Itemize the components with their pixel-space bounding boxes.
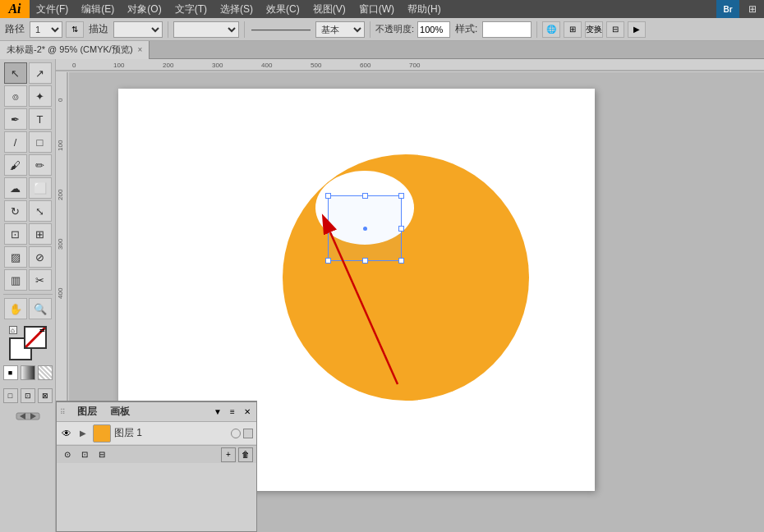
divider-2 [244,21,245,38]
color-mode-gradient[interactable] [21,365,35,380]
align-icon-btn[interactable]: ⊟ [606,21,624,38]
svg-text:700: 700 [409,62,421,69]
menu-edit[interactable]: 编辑(E) [75,1,121,18]
eyedropper-tool[interactable]: ⊘ [29,246,52,268]
layer-bottom-icon-2: ⊡ [77,447,92,462]
handle-top-mid[interactable] [362,193,368,199]
tab-close-btn[interactable]: × [138,45,143,54]
stroke-options-btn[interactable]: ⇅ [66,21,84,38]
panel-collapse-btn[interactable]: ▼ [212,406,223,418]
layer-lock-toggle[interactable] [243,429,253,438]
handle-top-right[interactable] [398,193,404,199]
menu-select[interactable]: 选择(S) [214,1,260,18]
path-label: 路径 [3,22,26,36]
handle-mid-right[interactable] [398,226,404,232]
svg-text:300: 300 [57,238,64,250]
free-transform-tool[interactable]: ⊡ [4,223,27,245]
text-tool[interactable]: T [29,108,52,130]
swap-colors-btn[interactable]: ⇄ [39,326,47,334]
tool-row-5: 🖌 ✏ [4,154,52,176]
rotate-tool[interactable]: ↻ [4,200,27,222]
grid-icon-btn[interactable]: ⊞ [564,21,582,38]
rect-tool[interactable]: □ [29,131,52,153]
full-screen-menu-btn[interactable]: ⊠ [38,388,53,403]
layer-name-label: 图层 1 [114,426,228,440]
lasso-tool[interactable]: ⌾ [4,85,27,107]
menu-help[interactable]: 帮助(H) [401,1,448,18]
gradient-tool[interactable]: ▨ [4,246,27,268]
layer-visibility-btn[interactable]: 👁 [60,427,73,440]
pencil-tool[interactable]: ✏ [29,154,52,176]
svg-text:300: 300 [212,62,223,69]
mesh-tool[interactable]: ⊞ [29,223,52,245]
doc-tab-title: 未标题-2* @ 95% (CMYK/预览) [7,44,133,56]
reset-colors-btn[interactable]: ⌂ [9,326,17,334]
panel-close-btn[interactable]: ✕ [242,406,253,418]
handle-bot-right[interactable] [398,258,404,264]
handle-mid-left[interactable] [325,226,331,232]
eraser-tool[interactable]: ⬜ [29,177,52,199]
selection-bounding-box[interactable] [328,195,402,261]
change-screen-mode-btn[interactable] [16,410,40,425]
blob-tool[interactable]: ☁ [4,177,27,199]
stroke-weight-select[interactable]: 123 [30,21,62,38]
line-tool[interactable]: / [4,131,27,153]
view-mode-btns: □ ⊡ ⊠ [3,388,53,403]
select-tool[interactable]: ↖ [4,62,27,84]
direct-select-tool[interactable]: ↗ [29,62,52,84]
zoom-tool[interactable]: 🔍 [29,298,52,319]
tool-row-4: / □ [4,131,52,153]
transform-icon-btn[interactable]: 变换 [585,21,603,38]
layers-tab[interactable]: 图层 [72,403,102,420]
canvas-area[interactable]: 0 100 200 300 400 500 600 700 0 100 200 … [56,59,764,532]
handle-bot-left[interactable] [325,258,331,264]
menu-object[interactable]: 对象(O) [121,1,168,18]
menu-view[interactable]: 视图(V) [306,1,352,18]
color-mode-solid[interactable]: ■ [3,365,18,380]
color-mode-none[interactable] [38,365,53,380]
artboard-tab[interactable]: 画板 [105,403,135,420]
more-btn[interactable]: ▶ [628,21,646,38]
normal-mode-btn[interactable]: □ [3,388,18,403]
color-swatch-area: ⌂ ⇄ [9,326,47,360]
pen-tool[interactable]: ✒ [4,108,27,130]
menu-file[interactable]: 文件(F) [30,1,75,18]
horizontal-ruler: 0 100 200 300 400 500 600 700 [56,59,764,72]
layer-expand-btn[interactable]: ▶ [76,427,90,440]
color-mode-btns: ■ [3,365,53,380]
menu-window[interactable]: 窗口(W) [352,1,401,18]
globe-icon-btn[interactable]: 🌐 [542,21,560,38]
opacity-input[interactable] [417,21,450,38]
layer-thumbnail [93,424,111,443]
scale-tool[interactable]: ⤡ [29,200,52,222]
layers-panel-titlebar: ⠿ 图层 画板 ▼ ≡ ✕ [57,402,256,422]
full-screen-btn[interactable]: ⊡ [21,388,35,403]
tool-row-8: ⊡ ⊞ [4,223,52,245]
style-input[interactable] [482,21,532,38]
layer-row-1[interactable]: 👁 ▶ 图层 1 [57,422,256,445]
layer-target-btn[interactable] [231,429,241,438]
panel-resize-handle[interactable]: ⠿ [60,408,66,416]
opacity-label: 不透明度: [375,23,414,35]
stroke-select[interactable] [113,21,163,38]
chart-tool[interactable]: ▥ [4,269,27,291]
view-switcher-icon[interactable]: ⊞ [741,0,764,18]
new-layer-btn[interactable]: + [221,447,236,462]
document-tab[interactable]: 未标题-2* @ 95% (CMYK/预览) × [0,41,150,59]
bridge-icon[interactable]: Br [716,0,739,18]
svg-text:100: 100 [57,140,64,151]
menu-effect[interactable]: 效果(C) [260,1,306,18]
delete-layer-btn[interactable]: 🗑 [238,447,253,462]
magic-wand-tool[interactable]: ✦ [29,85,52,107]
scissors-tool[interactable]: ✂ [29,269,52,291]
panel-menu-btn[interactable]: ≡ [227,406,238,418]
brush-select[interactable] [173,21,239,38]
transform-label: 变换 [586,24,602,35]
basic-select[interactable]: 基本 [315,21,365,38]
brush-tool[interactable]: 🖌 [4,154,27,176]
svg-text:200: 200 [57,189,64,200]
menu-text[interactable]: 文字(T) [168,1,214,18]
handle-top-left[interactable] [325,193,331,199]
hand-tool[interactable]: ✋ [4,298,27,319]
handle-bot-mid[interactable] [362,258,368,264]
